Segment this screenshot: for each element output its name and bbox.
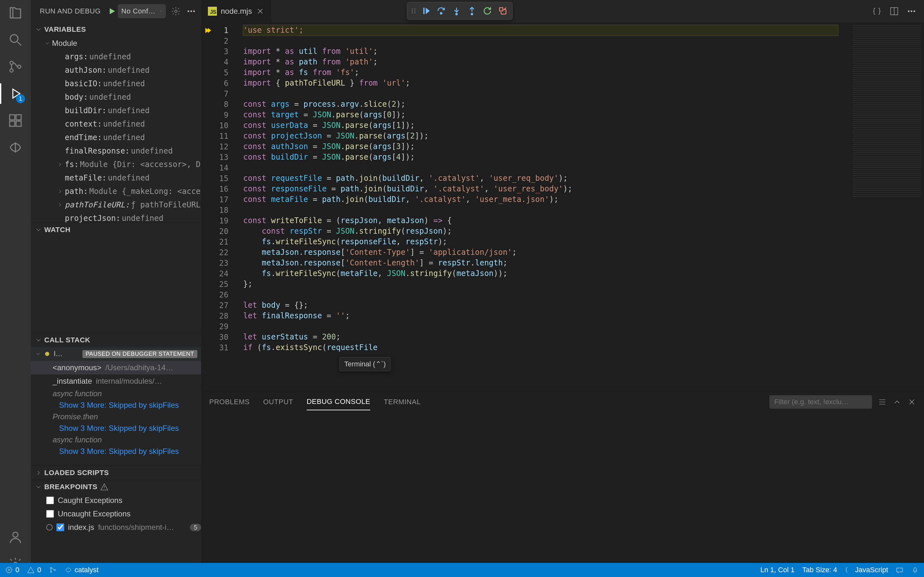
restart-button[interactable] [480,4,494,18]
tab-debug-console[interactable]: DEBUG CONSOLE [307,394,370,410]
breakpoint-unverified-icon [46,524,53,530]
editor[interactable]: 1234567891011121314151617181920212223242… [202,23,924,391]
tab-label: node.mjs [221,7,252,16]
callstack-frame[interactable]: _instantiateinternal/modules/… [31,374,201,388]
checkbox[interactable] [46,510,54,518]
debug-toolbar[interactable] [407,2,513,20]
bp-file[interactable]: index.jsfunctions/shipment-i…5 [31,521,201,534]
gutter: 1234567891011121314151617181920212223242… [202,23,239,391]
continue-button[interactable] [419,4,433,18]
var-row[interactable]: args: undefined [31,50,201,63]
status-errors[interactable]: 0 [5,566,19,574]
chevron-down-icon [35,336,42,344]
var-row[interactable]: authJson: undefined [31,63,201,77]
status-branch[interactable]: catalyst [65,566,99,574]
var-row[interactable]: fs: Module {Dir: <accessor>, Dire… [31,158,201,171]
svg-rect-4 [10,115,15,120]
gear-icon[interactable] [171,6,181,16]
step-out-button[interactable] [465,4,479,18]
variables-header[interactable]: VARIABLES [31,23,201,37]
status-ln-col[interactable]: Ln 1, Col 1 [760,566,795,574]
list-icon[interactable] [878,398,887,406]
svg-point-18 [415,9,415,10]
debug-console-body[interactable]: › [202,413,924,577]
activity-bar: 1 [0,0,31,577]
minimap[interactable] [850,23,924,391]
status-lang[interactable]: JavaScript [845,566,888,574]
var-row[interactable]: path: Module {_makeLong: <accesso… [31,185,201,198]
scm-icon[interactable] [6,58,24,76]
grip-icon[interactable] [410,7,417,15]
status-scm-icon[interactable] [49,566,57,574]
search-icon[interactable] [6,31,24,49]
status-bar: 0 0 catalyst Ln 1, Col 1 Tab Size: 4 Jav… [0,563,924,577]
svg-point-22 [456,13,457,15]
tab-problems[interactable]: PROBLEMS [209,394,250,410]
config-select[interactable]: No Configurations [118,4,166,18]
code[interactable]: 'use strict'; import * as util from 'uti… [239,23,850,391]
var-row[interactable]: endTime: undefined [31,131,201,144]
close-icon[interactable] [256,7,265,16]
var-row[interactable]: pathToFileURL: ƒ pathToFileURL(fi… [31,198,201,211]
callstack-skip[interactable]: Show 3 More: Skipped by skipFiles [31,446,201,457]
svg-point-12 [191,11,192,12]
checkbox[interactable] [46,496,54,504]
more-icon[interactable] [186,6,196,16]
callstack-frame[interactable]: <anonymous>/Users/adhitya-14… [31,361,201,374]
close-icon[interactable] [907,398,916,406]
bp-caught[interactable]: Caught Exceptions [31,494,201,507]
status-warnings[interactable]: 0 [27,566,41,574]
var-row[interactable]: context: undefined [31,117,201,131]
tab-terminal[interactable]: TERMINAL [384,394,421,410]
svg-point-25 [908,11,909,12]
more-icon[interactable] [907,6,916,16]
var-row[interactable]: basicIO: undefined [31,77,201,90]
chevron-up-icon[interactable] [893,398,901,406]
svg-point-1 [10,61,13,64]
status-tab-size[interactable]: Tab Size: 4 [802,566,837,574]
step-into-button[interactable] [449,4,464,18]
svg-point-21 [441,13,442,14]
start-debug-icon[interactable] [107,7,116,16]
var-scope[interactable]: Module [31,37,201,50]
tab-output[interactable]: OUTPUT [263,394,293,410]
watch-header[interactable]: WATCH [31,222,201,237]
filter-input[interactable] [769,395,872,409]
step-over-button[interactable] [434,4,448,18]
remote-icon[interactable] [6,139,24,156]
var-row[interactable]: finalResponse: undefined [31,144,201,158]
sidebar-header: RUN AND DEBUG No Configurations [31,0,201,23]
var-row[interactable]: metaFile: undefined [31,171,201,185]
account-icon[interactable] [6,528,24,546]
loaded-scripts-header[interactable]: LOADED SCRIPTS [31,466,201,480]
callstack-thread[interactable]: l… PAUSED ON DEBUGGER STATEMENT [31,347,201,361]
callstack-skip[interactable]: Show 3 More: Skipped by skipFiles [31,400,201,411]
chevron-down-icon [35,226,42,234]
svg-point-27 [913,11,915,12]
status-bell-icon[interactable] [911,566,919,574]
svg-point-8 [13,532,18,537]
braces-icon[interactable] [872,6,882,16]
chevron-down-icon [35,483,42,491]
sidebar: RUN AND DEBUG No Configurations VARIABLE… [31,0,202,577]
chevron-down-icon [35,26,42,33]
explorer-icon[interactable] [6,4,24,22]
svg-point-0 [10,35,18,42]
stop-button[interactable] [496,4,510,18]
debug-icon[interactable]: 1 [6,85,24,103]
var-row[interactable]: projectJson: undefined [31,211,201,222]
callstack-header[interactable]: CALL STACK [31,333,201,347]
bp-uncaught[interactable]: Uncaught Exceptions [31,507,201,521]
callstack-skip[interactable]: Show 3 More: Skipped by skipFiles [31,422,201,434]
svg-point-15 [412,9,413,10]
extensions-icon[interactable] [6,111,24,129]
status-feedback-icon[interactable] [896,566,903,574]
split-editor-icon[interactable] [889,6,899,16]
breakpoints-header[interactable]: BREAKPOINTS [31,480,201,494]
var-row[interactable]: body: undefined [31,90,201,104]
tab-node-mjs[interactable]: JS node.mjs [202,0,271,23]
chevron-down-icon [159,8,162,14]
var-row[interactable]: buildDir: undefined [31,104,201,117]
editor-area: JS node.mjs 1234567891011121314151617181… [202,0,924,577]
checkbox[interactable] [57,524,64,531]
